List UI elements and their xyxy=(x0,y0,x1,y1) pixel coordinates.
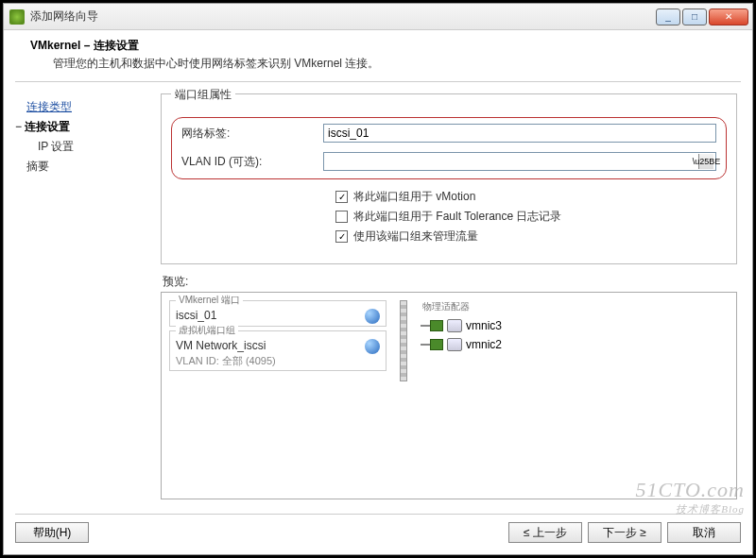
step-summary: 摘要 xyxy=(15,157,157,177)
network-label-label: 网络标签: xyxy=(181,126,323,142)
back-button[interactable]: ≤ 上一步 xyxy=(508,522,582,543)
fault-tolerance-label: 将此端口组用于 Fault Tolerance 日志记录 xyxy=(353,209,562,225)
fault-tolerance-checkbox[interactable] xyxy=(335,211,348,223)
wizard-header: VMkernel – 连接设置 管理您的主机和数据中心时使用网络标签来识别 VM… xyxy=(4,30,752,81)
group-legend: 端口组属性 xyxy=(171,87,235,103)
link-up-icon xyxy=(430,320,443,331)
highlighted-region: 网络标签: VLAN ID (可选): \u25BE xyxy=(171,117,727,179)
vswitch-trunk xyxy=(400,300,407,381)
vmkernel-port-group: VMkernel 端口 iscsi_01 xyxy=(169,300,387,327)
physical-adapters-label: 物理适配器 xyxy=(421,300,729,313)
nic-row: vmnic2 xyxy=(421,336,729,353)
close-button[interactable]: ✕ xyxy=(709,8,748,25)
dialog-window: 添加网络向导 _ □ ✕ VMkernel – 连接设置 管理您的主机和数据中心… xyxy=(3,3,753,555)
nic-row: vmnic3 xyxy=(421,317,729,334)
titlebar[interactable]: 添加网络向导 _ □ ✕ xyxy=(4,4,752,30)
cancel-button[interactable]: 取消 xyxy=(667,522,741,543)
app-icon xyxy=(9,9,25,25)
minimize-button[interactable]: _ xyxy=(656,8,680,25)
vmotion-checkbox[interactable] xyxy=(335,191,348,203)
vm-icon xyxy=(365,339,380,354)
step-connection-type[interactable]: 连接类型 xyxy=(26,100,72,113)
page-subtitle: 管理您的主机和数据中心时使用网络标签来识别 VMkernel 连接。 xyxy=(53,56,733,72)
preview-diagram: VMkernel 端口 iscsi_01 虚拟机端口组 VM Network_i… xyxy=(161,292,737,499)
window-title: 添加网络向导 xyxy=(30,8,656,25)
help-button[interactable]: 帮助(H) xyxy=(15,522,89,543)
nic-icon xyxy=(447,338,462,351)
management-traffic-checkbox[interactable] xyxy=(335,230,348,243)
chevron-down-icon[interactable]: \u25BE xyxy=(698,154,713,169)
preview-label: 预览: xyxy=(163,274,741,290)
vlan-id-select[interactable]: \u25BE xyxy=(323,152,716,171)
page-title: VMkernel – 连接设置 xyxy=(30,38,733,54)
vm-port-group: 虚拟机端口组 VM Network_iscsi VLAN ID: 全部 (409… xyxy=(169,330,387,371)
wizard-footer: 帮助(H) ≤ 上一步 下一步 ≥ 取消 xyxy=(15,522,741,543)
link-up-icon xyxy=(430,339,443,350)
nic-icon xyxy=(447,319,462,332)
next-button[interactable]: 下一步 ≥ xyxy=(588,522,662,543)
step-connection-settings[interactable]: 连接设置 xyxy=(15,117,157,137)
vmkernel-icon xyxy=(365,309,380,324)
vlan-id-label: VLAN ID (可选): xyxy=(181,154,323,170)
port-group-properties: 端口组属性 网络标签: VLAN ID (可选): \u25BE xyxy=(161,93,737,264)
maximize-button[interactable]: □ xyxy=(682,8,707,25)
step-ip-settings: IP 设置 xyxy=(15,137,157,157)
vmotion-label: 将此端口组用于 vMotion xyxy=(353,189,475,205)
network-label-input[interactable] xyxy=(323,124,716,143)
wizard-steps: 连接类型 连接设置 IP 设置 摘要 xyxy=(15,90,157,505)
management-traffic-label: 使用该端口组来管理流量 xyxy=(353,228,478,245)
